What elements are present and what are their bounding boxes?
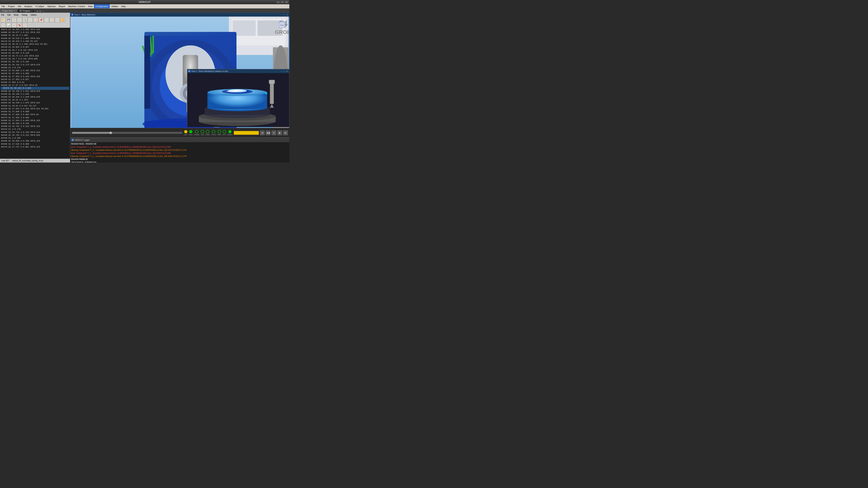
skip-forward-button[interactable]: ⏭: [283, 131, 288, 135]
nc-line-16[interactable]: N4230 G2 X7.953 Z-0.926 CR=0.315: [1, 75, 69, 78]
nc-line-29[interactable]: N4360 G2 X7.889 Z-0.906 CR=0.02: [1, 113, 69, 116]
tab-project-tree[interactable]: Project Tree ✕: [0, 9, 17, 12]
nc-icon-tool2[interactable]: 🖨: [17, 18, 22, 22]
nc-line-8[interactable]: N4150 G1 X6.697 Z-0.139: [1, 52, 69, 55]
tab-scroll-right[interactable]: ►: [39, 10, 42, 12]
nc-line-1[interactable]: N4080 G2 X6.877 Z-0.311 CR=0.315: [1, 31, 69, 34]
menu-report[interactable]: Report: [57, 4, 67, 8]
nc-line-35[interactable]: N4420 G3 X6.743 Z-0.194 CR=0.016: [1, 131, 69, 134]
nc-line-33[interactable]: N4400 G3 X6.702 Z-0.222 CR=0.315: [1, 125, 69, 128]
nc-line-25[interactable]: N4320 G2 X8.349 Z-1.076 CR=0.031: [1, 101, 69, 104]
progress-thumb[interactable]: [110, 131, 112, 134]
nc-line-28[interactable]: N4350 G1 X7.896 Z-0.908: [1, 110, 69, 113]
nc-icon-copy[interactable]: 📋: [33, 18, 38, 22]
menu-xcaliper[interactable]: X-Caliper: [34, 4, 46, 8]
nc-line-5[interactable]: N4120 G3 X8.26 Z-1.046 CR=0.019 F0.051: [1, 43, 69, 46]
menu-analysis[interactable]: Analysis: [23, 4, 34, 8]
menu-optimize[interactable]: Optimize: [46, 4, 57, 8]
view2-maximize[interactable]: □: [283, 70, 285, 72]
indicator-limit[interactable]: LIMIT: [184, 130, 187, 135]
nc-line-23[interactable]: N4300 G3 X8.204 Z-1.048 CR=0.079: [1, 96, 69, 99]
skip-to-start-button[interactable]: ⏮: [260, 131, 265, 135]
indicator-sub[interactable]: SUB: [200, 130, 204, 135]
tab-maximize[interactable]: □: [42, 10, 44, 12]
nc-menu-mode[interactable]: Mode: [13, 14, 19, 16]
nc-icon-paste[interactable]: 📌: [38, 18, 43, 22]
nc-icon-redo[interactable]: ↪: [50, 18, 54, 22]
nc-icon-cut[interactable]: ✂: [28, 18, 33, 22]
nc-line-36[interactable]: N4430 G2 X6.702 Z-0.222 CR=0.029: [1, 134, 69, 137]
indicator-opti[interactable]: OPTI: [223, 130, 226, 135]
menu-file[interactable]: File: [0, 4, 6, 8]
nc-line-32[interactable]: N4390 G1 X6.886 Z-0.445: [1, 122, 69, 125]
nc-menu-edit[interactable]: Edit: [6, 14, 11, 16]
nc-line-24[interactable]: N4310 G1 X8.26 Z-1.076: [1, 99, 69, 101]
nc-icon-search[interactable]: 🔍: [22, 18, 27, 22]
nc-line-26[interactable]: N4330 G1 X8.04 Z-0.917 F0.197: [1, 104, 69, 107]
nc-icon-run[interactable]: ⏩: [60, 18, 65, 22]
nc-line-27[interactable]: N4340 G3 X7.953 Z-0.926 CR=0.031 F0.051: [1, 107, 69, 110]
nc-line-3[interactable]: N4100 G2 X8.318 Z-1.003 CR=0.021: [1, 37, 69, 40]
indicator-cycle[interactable]: CYCLE: [211, 130, 216, 135]
nc-icon-step[interactable]: ▶: [55, 18, 60, 22]
indicator-probe[interactable]: PROBE: [194, 130, 199, 135]
menu-view[interactable]: View: [86, 4, 94, 8]
nc-icon-undo[interactable]: ↩: [44, 18, 49, 22]
nc-menu-utilities[interactable]: Utilities: [30, 14, 37, 16]
nc-icon-stop[interactable]: ⏹: [1, 23, 6, 28]
nc-line-30[interactable]: N4370 G1 X7.883 Z-0.905: [1, 116, 69, 119]
view2-minimize[interactable]: ─: [280, 70, 283, 72]
nc-line-18[interactable]: N4250 X7.964 Z-0.93: [1, 81, 69, 84]
nc-line-22[interactable]: N4290 G1 X8.199 Z-1.046: [1, 93, 69, 96]
menu-project[interactable]: Project: [6, 4, 16, 8]
view1-maximize[interactable]: □: [283, 14, 285, 16]
nc-line-2[interactable]: N4090 G1 X8.26 Z-1.003: [1, 34, 69, 37]
nc-line-4[interactable]: N4110 G1 X8.315 Z-1.046 F0.197: [1, 40, 69, 43]
nc-line-39[interactable]: N4460 G1 X7.526 Z-0.808: [1, 143, 69, 145]
nc-line-6[interactable]: N4130 G1 X6.883 Z-0.357: [1, 46, 69, 48]
indicator-coll[interactable]: COLL: [189, 130, 193, 135]
nc-line-21[interactable]: N4280 G2 X8.166 Z-1.031 CR=0.079: [1, 90, 69, 93]
nc-line-14[interactable]: N4210 G2 X6.886 Z-0.402 CR=0.315: [1, 69, 69, 72]
nc-icon-tool1[interactable]: ⚙: [11, 18, 17, 22]
nc-icon-tool3[interactable]: 📊: [6, 23, 11, 28]
nc-line-7[interactable]: N4140 G3 X6.7 Z-0.161 CR=0.315: [1, 49, 69, 52]
nc-line-19[interactable]: N4260 G3 X7.97 Z-0.933 CR=0.02: [1, 84, 69, 87]
nc-line-17[interactable]: N4240 G1 X7.955 Z-0.927: [1, 78, 69, 81]
pause-button[interactable]: ⏸: [272, 131, 276, 135]
nc-line-10[interactable]: N4170 G2 X6.7 Z-0.161 CR=0.008: [1, 58, 69, 60]
workpiece-view[interactable]: [187, 73, 289, 127]
indicator-ready[interactable]: READY: [227, 130, 232, 135]
tab-scroll-left[interactable]: ◄: [36, 10, 39, 12]
nc-icon-save[interactable]: 💾: [6, 18, 11, 22]
menu-configuration[interactable]: Configuration: [94, 4, 110, 8]
nc-line-9[interactable]: N4160 G3 X6.72 Z-0.153 CR=0.016: [1, 55, 69, 58]
nc-menu-file[interactable]: File: [0, 14, 5, 16]
tab-nc-program-close[interactable]: ✕: [31, 10, 33, 12]
nc-line-0[interactable]: N4070 G2 X6.693 Z-0.089 CR=0.029: [1, 28, 69, 31]
nc-line-40[interactable]: N4470 G2 X7.757 Z-0.881 CR=0.315: [1, 145, 69, 149]
nc-line-31[interactable]: N4380 G2 X7.664 Z-0.834 CR=0.315: [1, 119, 69, 122]
close-button[interactable]: ✕: [285, 1, 288, 3]
tab-nc-program[interactable]: NC Program ✕: [18, 9, 35, 12]
progress-track[interactable]: [72, 132, 183, 134]
nc-line-11[interactable]: N4180 G1 X6.701 Z-0.166: [1, 60, 69, 63]
view1-minimize[interactable]: ─: [280, 14, 283, 16]
nc-line-37[interactable]: N4440 G1 Z-0.265: [1, 137, 69, 139]
indicator-feed[interactable]: FEED: [217, 130, 221, 135]
view-cube[interactable]: Front Top Right: [276, 18, 288, 30]
nc-icon-bookmark[interactable]: 🔖: [17, 23, 22, 28]
view2-close[interactable]: ✕: [286, 70, 288, 72]
nc-icon-settings[interactable]: ⚙: [22, 23, 27, 28]
indicator-comp[interactable]: COMP: [205, 130, 210, 135]
nc-line-38[interactable]: N4450 G2 X6.886 Z-0.488 CR=0.315: [1, 139, 69, 142]
nc-line-12[interactable]: N4190 G3 X6.702 Z-0.173 CR=0.079: [1, 63, 69, 66]
menu-utilities[interactable]: Utilities: [110, 4, 120, 8]
maximize-button[interactable]: □: [280, 1, 284, 3]
menu-help[interactable]: Help: [120, 4, 127, 8]
view1-close[interactable]: ✕: [286, 14, 288, 16]
nc-icon-grid[interactable]: ⊞: [11, 23, 17, 28]
minimize-button[interactable]: ─: [276, 1, 280, 3]
menu-machine[interactable]: Machine / Control: [67, 4, 86, 8]
menu-info[interactable]: Info: [16, 4, 23, 8]
